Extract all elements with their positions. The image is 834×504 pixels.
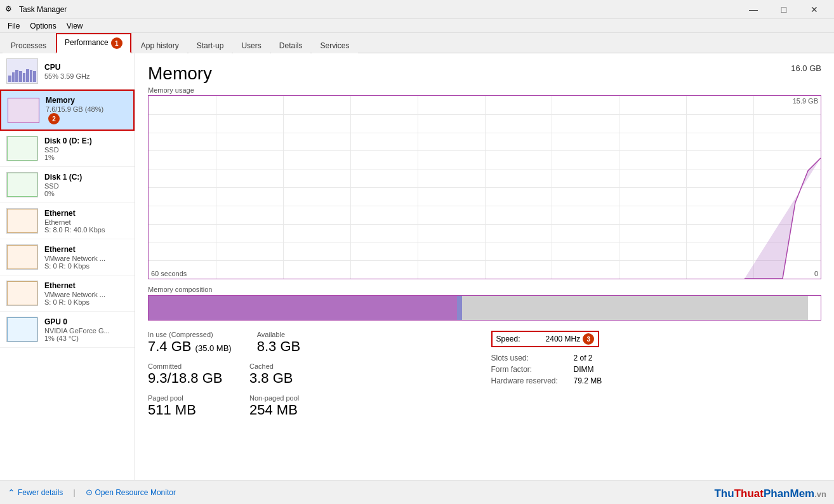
watermark-thuat: Thuat [734,487,764,500]
tab-performance[interactable]: Performance1 [56,33,131,53]
hw-value: 79.2 MB [574,376,602,385]
cached-label: Cached [249,362,326,370]
resource-monitor-label: Open Resource Monitor [95,488,176,497]
ethernet3-thumbnail [6,281,38,306]
ethernet2-sub1: VMware Network ... [44,255,128,262]
ethernet1-sub1: Ethernet [44,218,128,226]
main-content: CPU 55% 3.59 GHz Memory 7.6/15.9 GB (48%… [0,53,834,480]
disk1-pct: 0% [44,190,128,197]
memory-usage-chart: Memory usage [148,86,821,279]
slots-value: 2 of 2 [574,354,593,362]
menu-file[interactable]: File [3,20,25,32]
stats-row-3: Paged pool 511 MB Non-paged pool 254 MB [148,394,479,418]
disk1-thumbnail [6,172,38,197]
gpu0-sub1: NVIDIA GeForce G... [44,327,128,335]
disk0-label: Disk 0 (D: E:) [44,136,128,145]
nonpaged-label: Non-paged pool [249,394,326,402]
paged-value: 511 MB [148,402,224,418]
composition-bar [148,295,821,321]
speed-value: 2400 MHz [546,335,581,343]
comp-modified [457,296,462,320]
watermark: ThuThuatPhanMem.vn [714,487,826,500]
annotation-2: 2 [48,113,60,124]
sidebar-item-disk0[interactable]: Disk 0 (D: E:) SSD 1% [0,131,135,167]
speed-row: Speed: 2400 MHz 3 [491,331,822,350]
chart-bottom-left: 60 seconds [151,270,187,277]
ethernet2-info: Ethernet VMware Network ... S: 0 R: 0 Kb… [44,245,128,270]
chart-label: Memory usage [148,86,821,94]
titlebar: ⚙ Task Manager — □ ✕ [0,0,834,19]
sidebar-item-cpu[interactable]: CPU 55% 3.59 GHz [0,53,135,90]
annotation-1: 1 [111,37,122,49]
ethernet3-info: Ethernet VMware Network ... S: 0 R: 0 Kb… [44,281,128,306]
close-button[interactable]: ✕ [800,0,829,19]
menu-view[interactable]: View [62,20,88,32]
menu-options[interactable]: Options [25,20,61,32]
cpu-label: CPU [44,63,128,72]
stats-row-1: In use (Compressed) 7.4 GB (35.0 MB) Ava… [148,331,479,355]
speed-box: Speed: 2400 MHz 3 [491,331,600,347]
memory-sub: 7.6/15.9 GB (48%) [46,105,127,113]
stats-section: In use (Compressed) 7.4 GB (35.0 MB) Ava… [148,331,821,426]
app-icon: ⚙ [5,4,15,15]
inuse-sub: (35.0 MB) [195,343,232,353]
slots-label: Slots used: [491,354,574,362]
content-header: Memory 16.0 GB [148,63,821,84]
memory-composition: Memory composition [148,286,821,321]
disk1-info: Disk 1 (C:) SSD 0% [44,173,128,197]
sidebar-item-disk1[interactable]: Disk 1 (C:) SSD 0% [0,167,135,203]
tab-users[interactable]: Users [233,37,269,53]
chevron-up-icon: ⌃ [8,487,15,498]
fewer-details-label: Fewer details [18,488,63,497]
sidebar-item-memory[interactable]: Memory 7.6/15.9 GB (48%) 2 [0,90,135,131]
tab-details[interactable]: Details [271,37,311,53]
gpu0-thumbnail [6,317,38,342]
sidebar-item-gpu0[interactable]: GPU 0 NVIDIA GeForce G... 1% (43 °C) [0,312,135,348]
stats-right: Speed: 2400 MHz 3 Slots used: 2 of 2 For… [479,331,822,426]
ethernet2-thumbnail [6,244,38,270]
gpu0-label: GPU 0 [44,317,128,326]
hw-label: Hardware reserved: [491,376,574,385]
gpu0-pct: 1% (43 °C) [44,335,128,342]
ethernet2-speed: S: 0 R: 0 Kbps [44,262,128,270]
comp-inuse [149,296,457,320]
minimize-button[interactable]: — [739,0,768,19]
page-title: Memory [148,63,212,84]
composition-label: Memory composition [148,286,821,293]
disk0-thumbnail [6,136,38,161]
divider: | [73,488,75,497]
available-label: Available [257,331,333,338]
watermark-thu: Thu [714,487,734,500]
chart-zero: 0 [814,270,818,277]
tab-processes[interactable]: Processes [3,37,55,53]
tab-services[interactable]: Services [312,37,357,53]
sidebar-item-ethernet3[interactable]: Ethernet VMware Network ... S: 0 R: 0 Kb… [0,275,135,312]
tab-startup[interactable]: Start-up [189,37,232,53]
disk0-sub1: SSD [44,146,128,154]
watermark-vn: .vn [814,489,826,499]
menubar: File Options View [0,19,834,33]
form-value: DIMM [574,365,594,374]
ethernet3-label: Ethernet [44,281,128,290]
tab-apphistory[interactable]: App history [133,37,187,53]
resource-monitor-link[interactable]: ⊙ Open Resource Monitor [86,487,176,497]
ethernet1-thumbnail [6,208,38,234]
fewer-details-link[interactable]: ⌃ Fewer details [8,487,63,498]
speed-label: Speed: [496,335,520,343]
chart-box: 15.9 GB 60 seconds 0 [148,95,821,279]
disk0-info: Disk 0 (D: E:) SSD 1% [44,136,128,161]
watermark-mem: Mem [790,487,814,500]
tabbar: Processes Performance1 App history Start… [0,33,834,53]
bottombar: ⌃ Fewer details | ⊙ Open Resource Monito… [0,480,834,504]
sidebar-item-ethernet1[interactable]: Ethernet Ethernet S: 8.0 R: 40.0 Kbps [0,203,135,239]
window-controls: — □ ✕ [739,0,829,19]
sidebar-item-ethernet2[interactable]: Ethernet VMware Network ... S: 0 R: 0 Kb… [0,239,135,275]
stat-cached: Cached 3.8 GB [249,362,326,387]
paged-label: Paged pool [148,394,224,402]
cached-value: 3.8 GB [249,370,326,387]
stat-committed: Committed 9.3/18.8 GB [148,362,224,387]
watermark-phan: Phan [764,487,790,500]
stat-nonpaged: Non-paged pool 254 MB [249,394,326,418]
cpu-sub: 55% 3.59 GHz [44,72,128,80]
maximize-button[interactable]: □ [769,0,798,19]
